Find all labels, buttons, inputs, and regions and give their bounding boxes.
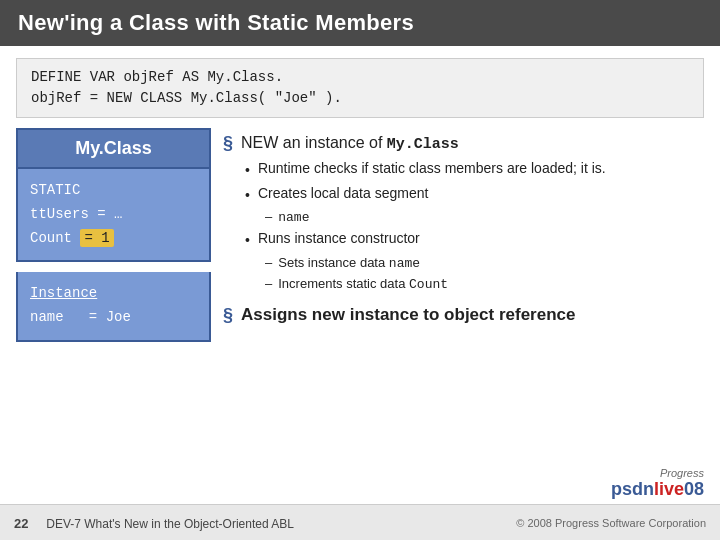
dot-3: •: [245, 231, 250, 251]
dot-1: •: [245, 161, 250, 181]
slide-number-label: 22 DEV-7 What's New in the Object-Orient…: [14, 514, 294, 532]
dot-2: •: [245, 186, 250, 206]
class-name-box: My.Class: [16, 128, 211, 169]
static-label: STATIC: [30, 179, 197, 203]
logo-psdn: psdn: [611, 479, 654, 499]
bullet-2-content: Assigns new instance to object reference: [241, 304, 704, 326]
dash-sub-3: – Increments static data Count: [265, 275, 704, 294]
main-content: My.Class STATIC ttUsers = … Count = 1 In…: [16, 128, 704, 342]
sub-bullets-1: • Runtime checks if static class members…: [245, 159, 704, 294]
tt-users: ttUsers = …: [30, 203, 197, 227]
bullet-1-icon: §: [223, 133, 233, 154]
slide-title: New'ing a Class with Static Members: [0, 0, 720, 46]
bullet-2-icon: §: [223, 305, 233, 326]
sub-bullet-2: • Creates local data segment: [245, 184, 704, 206]
count-row: Count = 1: [30, 227, 197, 251]
copyright: © 2008 Progress Software Corporation: [516, 517, 706, 529]
bullet-1-content: NEW an instance of My.Class • Runtime ch…: [241, 132, 704, 296]
assigns-text: Assigns new instance to object reference: [241, 304, 704, 326]
sub-bullet-3: • Runs instance constructor: [245, 229, 704, 251]
instance-box: Instance name = Joe: [16, 272, 211, 342]
code-block: DEFINE VAR objRef AS My.Class. objRef = …: [16, 58, 704, 118]
code-line-1: DEFINE VAR objRef AS My.Class.: [31, 67, 689, 88]
sub-bullet-1: • Runtime checks if static class members…: [245, 159, 704, 181]
count-value: = 1: [80, 229, 113, 247]
logo-area: Progress psdnlive08: [611, 467, 704, 500]
dash-sub-2: – Sets instance data name: [265, 254, 704, 273]
code-line-2: objRef = NEW CLASS My.Class( "Joe" ).: [31, 88, 689, 109]
instance-label: Instance: [30, 282, 197, 306]
bullet-1-title: NEW an instance of My.Class: [241, 132, 704, 155]
class-diagram: My.Class STATIC ttUsers = … Count = 1 In…: [16, 128, 211, 342]
bullet-section-2: § Assigns new instance to object referen…: [223, 304, 704, 326]
bottom-bar: 22 DEV-7 What's New in the Object-Orient…: [0, 504, 720, 540]
name-row: name = Joe: [30, 306, 197, 330]
static-members-box: STATIC ttUsers = … Count = 1: [16, 169, 211, 262]
logo-year: 08: [684, 479, 704, 499]
right-panel: § NEW an instance of My.Class • Runtime …: [223, 128, 704, 342]
dash-sub-1: – name: [265, 208, 704, 227]
logo-progress: Progress: [611, 467, 704, 479]
logo-psdn-live: psdnlive08: [611, 479, 704, 500]
bullet-section-1: § NEW an instance of My.Class • Runtime …: [223, 132, 704, 296]
logo-live: live: [654, 479, 684, 499]
